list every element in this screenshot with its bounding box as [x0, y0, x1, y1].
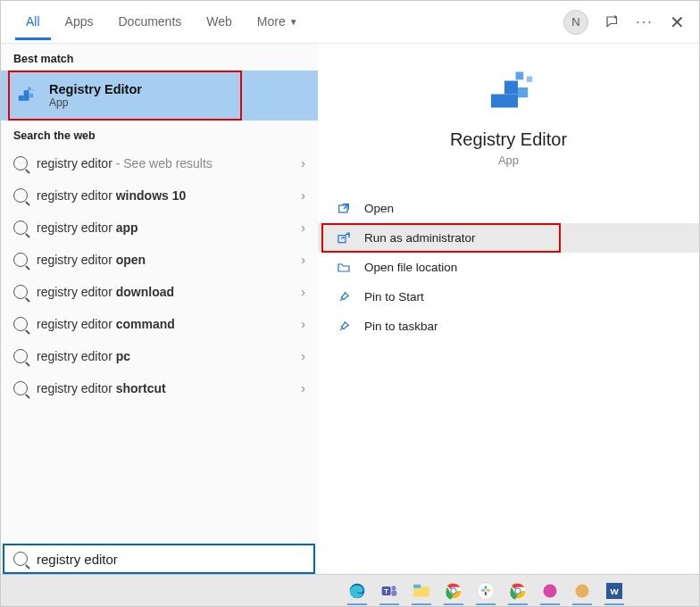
web-result-item[interactable]: registry editor shortcut ›	[1, 372, 318, 404]
web-result-item[interactable]: registry editor pc ›	[1, 340, 318, 372]
web-results-list: registry editor - See web results › regi…	[1, 147, 318, 404]
results-panel: Best match Registry Editor App Search th…	[1, 44, 318, 561]
action-label: Pin to taskbar	[364, 320, 438, 333]
svg-rect-4	[28, 87, 31, 91]
chevron-right-icon: ›	[301, 285, 305, 299]
tab-more[interactable]: More ▼	[246, 4, 309, 40]
chevron-right-icon: ›	[301, 317, 305, 331]
svg-point-33	[576, 584, 589, 597]
folder-icon	[336, 260, 352, 276]
admin-icon	[336, 230, 352, 246]
open-icon	[336, 201, 352, 217]
svg-rect-10	[515, 72, 523, 80]
svg-rect-11	[527, 77, 532, 82]
best-match-title: Registry Editor	[49, 82, 142, 96]
best-match-text: Registry Editor App	[49, 82, 142, 109]
web-result-label: registry editor command	[37, 317, 292, 331]
taskbar-chrome-icon[interactable]	[440, 578, 467, 603]
svg-point-24	[478, 582, 494, 598]
taskbar-teams-icon[interactable]: T	[376, 578, 403, 603]
pin-icon	[336, 289, 352, 305]
svg-rect-3	[29, 94, 34, 98]
svg-text:W: W	[610, 586, 619, 595]
svg-rect-6	[491, 95, 504, 108]
action-pin-to-start[interactable]: Pin to Start	[318, 282, 699, 312]
tab-web[interactable]: Web	[196, 4, 243, 40]
svg-point-31	[516, 588, 521, 593]
registry-editor-hero-icon	[482, 65, 536, 119]
web-result-label: registry editor open	[37, 253, 292, 267]
web-result-item[interactable]: registry editor download ›	[1, 276, 318, 308]
main-content: Best match Registry Editor App Search th…	[1, 44, 699, 561]
action-open-file-location[interactable]: Open file location	[318, 253, 699, 282]
taskbar: TW	[1, 574, 699, 606]
pin-icon	[336, 319, 352, 335]
detail-subtitle: App	[498, 154, 519, 167]
web-result-label: registry editor download	[37, 285, 292, 299]
taskbar-paint-icon[interactable]	[569, 578, 596, 603]
svg-rect-1	[24, 96, 29, 101]
svg-rect-27	[485, 586, 487, 589]
svg-text:T: T	[384, 586, 388, 595]
svg-rect-9	[518, 87, 528, 97]
close-icon[interactable]: ✕	[669, 14, 685, 30]
tab-documents[interactable]: Documents	[107, 4, 192, 40]
search-icon	[13, 156, 28, 170]
chevron-right-icon: ›	[301, 349, 305, 363]
svg-rect-0	[19, 96, 24, 101]
action-label: Run as administrator	[364, 231, 476, 245]
web-result-label: registry editor windows 10	[37, 188, 292, 203]
search-icon	[13, 552, 28, 566]
svg-point-23	[452, 588, 456, 593]
web-result-label: registry editor - See web results	[37, 156, 292, 170]
search-icon	[13, 220, 28, 235]
search-icon	[13, 381, 28, 395]
svg-rect-28	[485, 591, 487, 595]
search-icon	[13, 285, 28, 299]
best-match-heading: Best match	[1, 44, 318, 71]
svg-rect-7	[504, 95, 518, 108]
taskbar-explorer-icon[interactable]	[408, 578, 435, 603]
more-options-icon[interactable]: ···	[637, 14, 653, 30]
web-result-item[interactable]: registry editor - See web results ›	[1, 147, 318, 179]
best-match-subtitle: App	[49, 96, 142, 109]
web-result-label: registry editor pc	[37, 349, 292, 363]
registry-editor-icon	[13, 83, 38, 108]
chevron-right-icon: ›	[301, 381, 305, 395]
svg-rect-2	[24, 90, 29, 96]
action-open[interactable]: Open	[318, 194, 699, 223]
taskbar-edge-icon[interactable]	[344, 578, 371, 603]
taskbar-snip-icon[interactable]	[537, 578, 563, 603]
avatar[interactable]: N	[563, 10, 588, 35]
web-result-label: registry editor app	[37, 220, 292, 235]
web-result-item[interactable]: registry editor app ›	[1, 212, 318, 244]
action-pin-to-taskbar[interactable]: Pin to taskbar	[318, 312, 699, 341]
taskbar-chrome2-icon[interactable]	[504, 578, 531, 603]
svg-rect-5	[32, 89, 34, 91]
filter-tabs: All Apps Documents Web More ▼	[15, 4, 309, 40]
search-icon	[13, 253, 28, 267]
search-input[interactable]	[37, 552, 304, 567]
search-web-heading: Search the web	[1, 121, 318, 147]
search-bar[interactable]	[3, 544, 315, 574]
tab-more-label: More	[257, 14, 286, 29]
svg-rect-18	[392, 590, 397, 596]
svg-point-17	[392, 586, 396, 590]
web-result-label: registry editor shortcut	[37, 381, 292, 395]
web-result-item[interactable]: registry editor command ›	[1, 308, 318, 340]
header-bar: All Apps Documents Web More ▼ N ··· ✕	[1, 1, 699, 44]
web-result-item[interactable]: registry editor windows 10 ›	[1, 179, 318, 212]
svg-rect-19	[413, 586, 429, 596]
svg-rect-20	[413, 584, 421, 587]
tab-all[interactable]: All	[15, 4, 51, 40]
taskbar-word-icon[interactable]: W	[601, 578, 628, 603]
search-icon	[13, 188, 28, 203]
search-icon	[13, 349, 28, 363]
best-match-item[interactable]: Registry Editor App	[1, 71, 318, 121]
action-list: Open Run as administrator Open file loca…	[318, 194, 699, 341]
tab-apps[interactable]: Apps	[54, 4, 104, 40]
web-result-item[interactable]: registry editor open ›	[1, 244, 318, 276]
action-run-as-administrator[interactable]: Run as administrator	[318, 223, 699, 253]
feedback-icon[interactable]	[604, 14, 621, 30]
taskbar-slack-icon[interactable]	[472, 578, 499, 603]
